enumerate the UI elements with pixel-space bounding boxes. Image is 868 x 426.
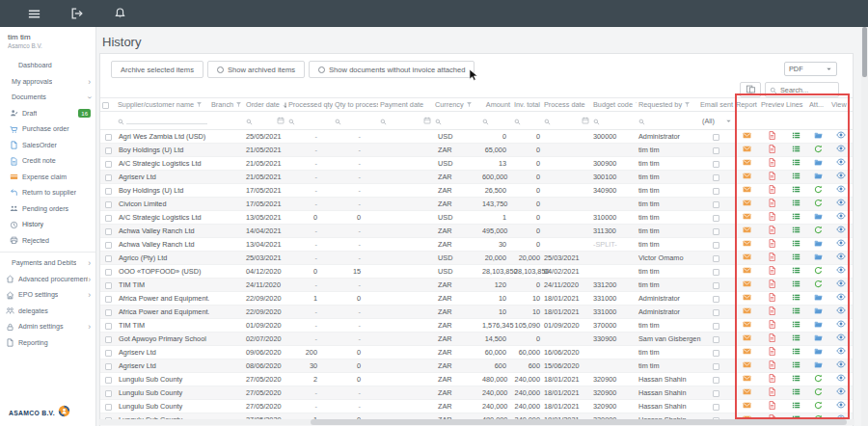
cell-preview[interactable] [759,225,784,238]
header-cell-report[interactable]: Report [734,98,759,112]
header-cell-budget_code[interactable]: Budget code [591,98,637,112]
column-search-icon[interactable] [593,112,600,129]
cell-preview[interactable] [759,198,784,211]
email-sent-checkbox[interactable] [713,323,719,330]
search-input[interactable] [780,86,834,94]
cell-report[interactable] [734,400,759,413]
column-chooser-button[interactable] [740,82,761,97]
sidebar-item-purchase-order[interactable]: Purchase order [0,121,95,138]
cell-att[interactable] [807,359,829,373]
cell-report[interactable] [734,225,759,238]
cell-att[interactable] [807,333,829,346]
cell-view[interactable] [829,184,853,198]
cell-lines[interactable] [784,144,807,157]
cell-report[interactable] [734,144,759,157]
cell-view[interactable] [829,333,853,346]
row-checkbox[interactable] [105,228,112,235]
row-checkbox[interactable] [105,296,112,303]
cell-lines[interactable] [784,373,807,386]
cell-view[interactable] [829,225,853,238]
row-checkbox[interactable] [105,363,112,370]
table-row[interactable]: Agrico (Pty) Ltd25/03/2021--USD20,00020,… [100,252,853,265]
table-row[interactable]: Boy Holdings (U) Ltd21/05/2021--ZAR65,00… [100,144,853,157]
sidebar-item-reporting[interactable]: Reporting [0,335,95,352]
cell-lines[interactable] [784,265,807,279]
sidebar-item-salesorder[interactable]: SalesOrder [0,138,95,154]
cell-report[interactable] [734,171,759,184]
email-sent-checkbox[interactable] [713,161,719,168]
row-checkbox[interactable] [105,282,112,289]
filter-input-underline[interactable] [126,117,207,124]
row-checkbox[interactable] [105,242,112,249]
cell-preview[interactable] [759,359,784,373]
cell-att[interactable] [807,386,829,400]
cell-lines[interactable] [784,400,807,413]
email-sent-checkbox[interactable] [713,269,719,276]
email-sent-checkbox[interactable] [713,188,719,195]
email-sent-checkbox[interactable] [713,336,719,343]
sidebar-item-delegates[interactable]: delegates [0,304,95,320]
row-checkbox[interactable] [105,174,112,181]
sidebar-item-expense-claim[interactable]: Expense claim [0,170,95,186]
cell-view[interactable] [829,319,853,333]
table-row[interactable]: TIM TIM24/11/2020--ZAR120024/11/20203312… [100,279,853,292]
cell-att[interactable] [807,306,829,319]
sidebar-item-rejected[interactable]: Rejected [0,233,95,250]
header-cell-order_date[interactable]: Order date [244,98,286,112]
menu-icon[interactable] [27,7,41,21]
column-search-icon[interactable] [335,112,341,129]
bell-icon[interactable] [114,7,128,21]
cell-preview[interactable] [759,292,784,306]
column-search-icon[interactable] [638,112,645,129]
cell-view[interactable] [829,373,853,386]
email-sent-filter-value[interactable]: (All) [700,117,715,125]
table-row[interactable]: Agri Wes Zambia Ltd (USD)25/05/2021--USD… [100,130,853,144]
cell-preview[interactable] [759,171,784,184]
cell-att[interactable] [807,157,829,171]
column-search-icon[interactable] [380,112,387,129]
cell-lines[interactable] [784,130,807,144]
cell-view[interactable] [829,279,853,292]
header-cell-process_date[interactable]: Process date [542,98,591,112]
row-checkbox[interactable] [105,269,112,276]
header-cell-amount[interactable]: Amount [480,98,512,112]
cell-report[interactable] [734,346,759,359]
row-checkbox[interactable] [105,147,112,154]
cell-preview[interactable] [759,144,784,157]
header-cell-select[interactable] [100,98,116,112]
cell-att[interactable] [807,171,829,184]
cell-view[interactable] [829,157,853,171]
header-cell-branch[interactable]: Branch [209,98,244,112]
table-row[interactable]: Boy Holdings (U) Ltd17/05/2021--ZAR26,50… [100,184,853,198]
sidebar-item-advanced-procurement[interactable]: Advanced procurement› [0,272,95,288]
cell-view[interactable] [829,346,853,359]
cell-report[interactable] [734,373,759,386]
header-cell-supplier[interactable]: Supplier/customer name [116,98,209,112]
cell-preview[interactable] [759,238,784,252]
cell-view[interactable] [829,211,853,225]
table-row[interactable]: Africa Power and Equipment...22/09/20201… [100,292,853,306]
table-row[interactable]: A/C Strategic Logistics Ltd21/05/2021--U… [100,157,853,171]
row-checkbox[interactable] [105,161,112,168]
table-row[interactable]: Lungulu Sub County27/05/2020--ZAR240,000… [100,400,853,413]
row-checkbox[interactable] [105,255,112,262]
sidebar-item-return-to-supplier[interactable]: Return to supplier [0,185,95,201]
cell-lines[interactable] [784,292,807,306]
row-checkbox[interactable] [105,377,112,384]
cell-preview[interactable] [759,319,784,333]
table-row[interactable]: TIM TIM01/09/2020--ZAR1,576,345105,09001… [100,319,853,333]
cell-att[interactable] [807,225,829,238]
cell-att[interactable] [807,292,829,306]
cell-lines[interactable] [784,319,807,333]
cell-report[interactable] [734,386,759,400]
cell-att[interactable] [807,130,829,144]
email-sent-checkbox[interactable] [713,309,719,316]
cell-att[interactable] [807,252,829,265]
show-without-invoice-toggle[interactable]: Show documents without invoice attached [309,61,475,78]
cell-att[interactable] [807,144,829,157]
email-sent-checkbox[interactable] [713,215,719,222]
email-sent-checkbox[interactable] [713,147,719,154]
header-cell-processed_qty[interactable]: Processed qty [286,98,333,112]
header-cell-payment_date[interactable]: Payment date [378,98,433,112]
header-cell-att[interactable]: Att... [807,98,829,112]
